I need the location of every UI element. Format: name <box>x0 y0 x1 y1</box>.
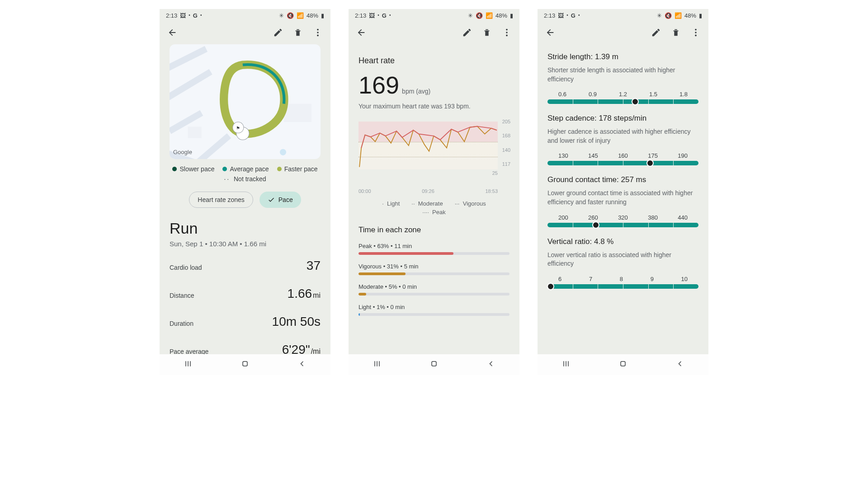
app-bar <box>349 22 519 43</box>
back-button[interactable] <box>541 23 559 42</box>
zone-row: Peak • 63% • 11 min <box>359 243 509 255</box>
status-bar: 2:13🖼•G• ✳🔇📶48%▮ <box>349 9 519 22</box>
svg-point-2 <box>317 35 319 37</box>
svg-point-12 <box>506 35 508 37</box>
metric-pace-average: Pace average 6'29"/mi <box>170 343 321 354</box>
back-button[interactable] <box>163 23 181 42</box>
gauge-marker <box>592 221 599 229</box>
scale-ticks: 130145160175190 <box>547 152 698 159</box>
scale-ticks: 678910 <box>547 276 698 282</box>
route-map[interactable]: ⚑ Google <box>170 44 321 159</box>
battery-pct: 48% <box>307 12 318 19</box>
status-bar: 2:13🖼•G• ✳🔇📶48%▮ <box>538 9 708 22</box>
status-bar: 2:13🖼•G• ✳🔇📶48%▮ <box>160 9 330 22</box>
home-button[interactable] <box>429 359 439 370</box>
svg-point-0 <box>317 29 319 31</box>
svg-text:⚑: ⚑ <box>236 126 240 131</box>
system-nav <box>538 354 708 375</box>
chip-pace[interactable]: Pace <box>259 192 301 208</box>
nav-back-button[interactable] <box>675 359 684 370</box>
zone-label: Peak • 63% • 11 min <box>359 243 509 249</box>
gauge-marker <box>646 160 654 167</box>
heart-rate-avg: 169bpm (avg) <box>359 71 509 99</box>
x-scale-max: 25 <box>492 170 498 176</box>
slower-swatch <box>172 167 177 171</box>
svg-rect-17 <box>621 361 625 366</box>
nav-back-button[interactable] <box>486 359 495 370</box>
metric-desc: Lower ground contact time is associated … <box>547 189 698 206</box>
gauge <box>547 223 698 227</box>
status-time: 2:13 <box>166 12 177 19</box>
gauge-marker <box>547 283 554 290</box>
svg-rect-13 <box>432 361 436 366</box>
bluetooth-icon: ✳ <box>279 12 284 19</box>
zone-row: Light • 1% • 0 min <box>359 304 509 316</box>
wifi-icon: 📶 <box>297 12 304 19</box>
mute-icon: 🔇 <box>287 12 294 19</box>
nav-back-button[interactable] <box>297 359 307 370</box>
activity-title: Run <box>170 220 321 237</box>
activity-subtitle: Sun, Sep 1 • 10:30 AM • 1.66 mi <box>170 240 321 248</box>
pace-legend: Slower pace Average pace Faster pace <box>170 165 321 173</box>
delete-button[interactable] <box>667 23 685 42</box>
zone-bar <box>359 272 509 275</box>
zone-bar <box>359 313 509 316</box>
svg-rect-9 <box>243 361 247 366</box>
svg-rect-4 <box>188 127 201 138</box>
overflow-button[interactable] <box>309 23 327 42</box>
app-bar <box>160 22 330 43</box>
check-icon <box>268 196 275 203</box>
edit-button[interactable] <box>458 23 476 42</box>
recents-button[interactable] <box>561 359 571 370</box>
zone-row: Vigorous • 31% • 5 min <box>359 263 509 275</box>
metric-duration: Duration 10m 50s <box>170 314 321 329</box>
edit-button[interactable] <box>269 23 287 42</box>
metric-title: Vertical ratio: 4.8 % <box>547 237 698 246</box>
metric-title: Step cadence: 178 steps/min <box>547 114 698 123</box>
x-axis-labels: 00:0009:2618:53 <box>359 188 509 194</box>
heart-rate-chart[interactable]: 205168140117 <box>359 122 509 169</box>
edit-button[interactable] <box>647 23 665 42</box>
svg-point-10 <box>506 29 508 31</box>
zone-bar <box>359 293 509 296</box>
recents-button[interactable] <box>184 359 193 370</box>
gauge <box>547 284 698 289</box>
gauge <box>547 99 698 104</box>
overflow-button[interactable] <box>687 23 705 42</box>
svg-point-8 <box>280 149 286 155</box>
y-axis-labels: 205168140117 <box>502 119 510 167</box>
home-button[interactable] <box>241 359 250 370</box>
metric-desc: Lower vertical ratio is associated with … <box>547 251 698 268</box>
metric-gct: Ground contact time: 257 msLower ground … <box>547 175 698 227</box>
scale-ticks: 0.60.91.21.51.8 <box>547 91 698 98</box>
heart-rate-heading: Heart rate <box>359 56 509 66</box>
zone-bar <box>359 252 509 255</box>
delete-button[interactable] <box>478 23 496 42</box>
svg-point-14 <box>695 29 697 31</box>
home-button[interactable] <box>618 359 627 370</box>
recents-button[interactable] <box>373 359 382 370</box>
back-button[interactable] <box>352 23 370 42</box>
overflow-button[interactable] <box>498 23 516 42</box>
system-nav <box>349 354 519 375</box>
zones-heading: Time in each zone <box>359 225 509 235</box>
metric-vratio: Vertical ratio: 4.8 %Lower vertical rati… <box>547 237 698 289</box>
metric-cadence: Step cadence: 178 steps/minHigher cadenc… <box>547 114 698 165</box>
zone-row: Moderate • 5% • 0 min <box>359 283 509 296</box>
svg-point-11 <box>506 32 508 33</box>
chip-heart-rate-zones[interactable]: Heart rate zones <box>189 192 253 208</box>
metric-desc: Higher cadence is associated with higher… <box>547 127 698 145</box>
battery-icon: ▮ <box>321 12 324 19</box>
gauge-marker <box>632 98 639 105</box>
metric-title: Ground contact time: 257 ms <box>547 175 698 184</box>
phone-running-form: 2:13🖼•G• ✳🔇📶48%▮ Stride length: 1.39 mSh… <box>538 9 708 375</box>
scale-ticks: 200260320380440 <box>547 214 698 221</box>
metric-title: Stride length: 1.39 m <box>547 52 698 61</box>
heart-rate-max-note: Your maximum heart rate was 193 bpm. <box>359 103 509 110</box>
svg-point-16 <box>695 35 697 37</box>
metric-desc: Shorter stride length is associated with… <box>547 66 698 84</box>
metric-distance: Distance 1.66mi <box>170 286 321 301</box>
faster-swatch <box>277 167 282 171</box>
delete-button[interactable] <box>289 23 307 42</box>
zone-label: Light • 1% • 0 min <box>359 304 509 310</box>
